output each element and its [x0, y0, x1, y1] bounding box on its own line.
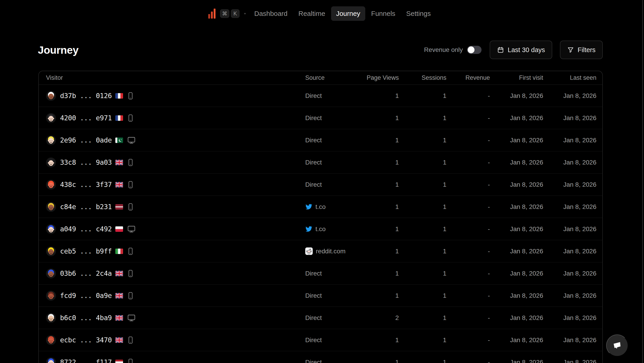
- date-range-button[interactable]: Last 30 days: [490, 40, 552, 59]
- funnel-icon: [567, 46, 574, 53]
- revenue-value: -: [446, 92, 490, 100]
- nav-item-funnels[interactable]: Funnels: [366, 6, 400, 21]
- visitor-cell: b6c0 ... 4ba9: [46, 313, 305, 323]
- visitor-row[interactable]: 33c8 ... 9a03 Direct 1 1 - Jan 8, 2026 J…: [39, 151, 602, 174]
- revenue-only-toggle[interactable]: [467, 46, 482, 54]
- flag-gb-icon: [115, 182, 123, 188]
- source-label: Direct: [305, 92, 322, 100]
- nav-item-settings[interactable]: Settings: [401, 6, 436, 21]
- visitor-avatar: [46, 357, 56, 363]
- top-nav: ⌘ K Dashboard Realtime Journey Funnels S…: [0, 0, 644, 27]
- visitor-avatar: [46, 91, 56, 101]
- visitor-row[interactable]: 8722 ... f117 Direct 1 1 - Jan 8, 2026 J…: [39, 351, 602, 363]
- mobile-device-icon: [127, 336, 134, 344]
- twitter-icon: [305, 203, 312, 210]
- source-cell: Direct: [305, 92, 358, 100]
- sessions-value: 1: [399, 181, 446, 188]
- visitor-avatar: [46, 158, 56, 168]
- visitor-cell: 2e96 ... 0ade: [46, 135, 305, 145]
- nav-item-journey[interactable]: Journey: [331, 6, 365, 21]
- revenue-value: -: [446, 292, 490, 299]
- visitor-cell: ceb5 ... b9ff: [46, 246, 305, 256]
- visitor-id: 438c ... 3f37: [60, 180, 112, 188]
- flag-gb-icon: [115, 271, 123, 276]
- visitor-row[interactable]: ecbc ... 3470 Direct 1 1 - Jan 8, 2026 J…: [39, 329, 602, 351]
- visitor-id: 03b6 ... 2c4a: [60, 270, 112, 277]
- mobile-device-icon: [127, 180, 134, 189]
- k-key-badge[interactable]: K: [231, 9, 240, 18]
- last-seen-value: Jan 8, 2026: [543, 137, 596, 144]
- last-seen-value: Jan 8, 2026: [543, 248, 596, 255]
- visitor-row[interactable]: a049 ... c492 t.co 1 1 - Jan 8, 2026 Jan…: [39, 218, 602, 240]
- filters-button[interactable]: Filters: [560, 40, 603, 59]
- visitor-avatar: [46, 202, 56, 212]
- visitor-avatar: [46, 313, 56, 323]
- visitor-cell: 438c ... 3f37: [46, 180, 305, 190]
- flag-fr-icon: [115, 115, 123, 121]
- visitor-row[interactable]: 438c ... 3f37 Direct 1 1 - Jan 8, 2026 J…: [39, 174, 602, 196]
- visitor-avatar: [46, 224, 56, 234]
- mobile-device-icon: [127, 203, 134, 211]
- calendar-icon: [497, 46, 504, 54]
- nav-links: Dashboard Realtime Journey Funnels Setti…: [249, 6, 436, 21]
- visitor-avatar: [46, 180, 56, 190]
- source-cell: Direct: [305, 114, 358, 122]
- visitor-row[interactable]: d37b ... 0126 Direct 1 1 - Jan 8, 2026 J…: [39, 85, 602, 107]
- visitor-id: 8722 ... f117: [60, 358, 112, 363]
- revenue-value: -: [446, 137, 490, 144]
- visitor-row[interactable]: b6c0 ... 4ba9 Direct 2 1 - Jan 8, 2026 J…: [39, 307, 602, 329]
- column-header: First visit: [490, 74, 543, 81]
- nav-item-realtime[interactable]: Realtime: [294, 6, 330, 21]
- visitor-cell: fcd9 ... 0a9e: [46, 291, 305, 301]
- column-header: Source: [305, 74, 358, 81]
- visitor-row[interactable]: 03b6 ... 2c4a Direct 1 1 - Jan 8, 2026 J…: [39, 262, 602, 284]
- reddit-icon: [305, 248, 313, 255]
- desktop-device-icon: [127, 136, 136, 144]
- cmd-key-badge[interactable]: ⌘: [220, 9, 229, 18]
- sessions-value: 1: [399, 114, 446, 122]
- source-label: Direct: [305, 359, 322, 363]
- first-visit-value: Jan 8, 2026: [490, 359, 543, 363]
- chat-bubble-icon: [611, 340, 623, 352]
- scrollbar[interactable]: [642, 0, 643, 363]
- visitor-cell: a049 ... c492: [46, 224, 305, 234]
- visitor-row[interactable]: 4200 ... e971 Direct 1 1 - Jan 8, 2026 J…: [39, 107, 602, 129]
- flag-gb-icon: [115, 160, 123, 165]
- sessions-value: 1: [399, 137, 446, 144]
- visitor-row[interactable]: ceb5 ... b9ff reddit.com 1 1 - Ja: [39, 240, 602, 262]
- desktop-device-icon: [127, 314, 136, 322]
- last-seen-value: Jan 8, 2026: [543, 314, 596, 322]
- source-cell: t.co: [305, 203, 358, 210]
- flag-fr-icon: [115, 93, 123, 98]
- visitor-avatar: [46, 246, 56, 256]
- mobile-device-icon: [127, 92, 134, 100]
- column-header: Visitor: [46, 74, 305, 81]
- source-label: t.co: [316, 226, 326, 233]
- sessions-value: 1: [399, 248, 446, 255]
- visitor-cell: d37b ... 0126: [46, 91, 305, 101]
- visitor-id: 33c8 ... 9a03: [60, 158, 112, 166]
- column-header: Revenue: [446, 74, 490, 81]
- visitor-avatar: [46, 135, 56, 145]
- visitor-row[interactable]: 2e96 ... 0ade Direct 1 1 - Jan 8, 2026 J…: [39, 129, 602, 151]
- sessions-value: 1: [399, 92, 446, 100]
- visitor-row[interactable]: c84e ... b231 t.co 1 1 - Jan 8, 2026 Jan…: [39, 196, 602, 218]
- sessions-value: 1: [399, 336, 446, 344]
- revenue-value: -: [446, 159, 490, 166]
- flag-pl-icon: [115, 226, 123, 232]
- app-logo-bar-chart-icon[interactable]: [208, 8, 216, 18]
- nav-item-dashboard[interactable]: Dashboard: [249, 6, 292, 21]
- source-label: Direct: [305, 181, 322, 188]
- column-header: Page Views: [358, 74, 399, 81]
- mobile-device-icon: [127, 114, 134, 122]
- first-visit-value: Jan 8, 2026: [490, 92, 543, 100]
- chat-launcher-button[interactable]: [606, 334, 628, 356]
- visitor-row[interactable]: fcd9 ... 0a9e Direct 1 1 - Jan 8, 2026 J…: [39, 284, 602, 307]
- page-views-value: 1: [358, 159, 399, 166]
- visitor-avatar: [46, 335, 56, 345]
- visitor-avatar: [46, 113, 56, 123]
- source-label: Direct: [305, 314, 322, 322]
- last-seen-value: Jan 8, 2026: [543, 270, 596, 277]
- source-label: reddit.com: [316, 248, 346, 255]
- mobile-device-icon: [127, 158, 134, 166]
